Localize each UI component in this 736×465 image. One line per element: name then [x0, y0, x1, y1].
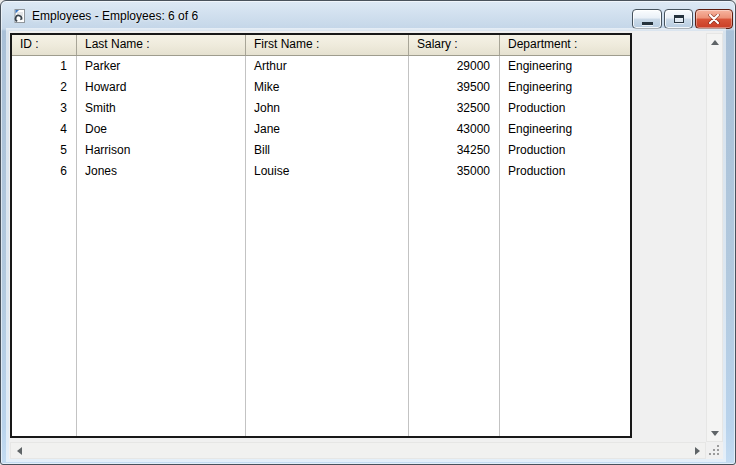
column-header-first-name[interactable]: First Name : [246, 35, 409, 55]
table-row[interactable]: 6 Jones Louise 35000 Production [12, 161, 630, 182]
table-rows: 1 Parker Arthur 29000 Engineering 2 Howa… [12, 56, 630, 436]
table-cell[interactable]: 3 [12, 98, 77, 119]
table-cell[interactable]: Jane [246, 119, 409, 140]
triangle-up-icon [711, 40, 719, 45]
table-cell[interactable]: Parker [77, 56, 246, 77]
table-cell[interactable]: Doe [77, 119, 246, 140]
table-row[interactable]: 1 Parker Arthur 29000 Engineering [12, 56, 630, 77]
maximize-button[interactable] [664, 9, 693, 29]
column-header-department[interactable]: Department : [500, 35, 630, 55]
table-cell[interactable]: Mike [246, 77, 409, 98]
close-button[interactable] [695, 9, 733, 29]
table-cell[interactable]: Smith [77, 98, 246, 119]
maximize-icon [674, 15, 684, 23]
table-cell[interactable]: 6 [12, 161, 77, 182]
column-header-id[interactable]: ID : [12, 35, 77, 55]
table-cell[interactable]: 39500 [409, 77, 500, 98]
table-cell[interactable]: Jones [77, 161, 246, 182]
close-icon [708, 14, 720, 24]
table-cell[interactable]: 2 [12, 77, 77, 98]
employees-table: ID : Last Name : First Name : Salary : D… [10, 33, 632, 438]
column-header-last-name[interactable]: Last Name : [77, 35, 246, 55]
table-cell[interactable]: 43000 [409, 119, 500, 140]
table-row[interactable]: 5 Harrison Bill 34250 Production [12, 140, 630, 161]
table-cell[interactable]: Louise [246, 161, 409, 182]
table-cell[interactable]: 35000 [409, 161, 500, 182]
table-cell[interactable]: 34250 [409, 140, 500, 161]
triangle-left-icon [17, 447, 22, 455]
window-title: Employees - Employees: 6 of 6 [32, 1, 198, 31]
table-cell[interactable]: Arthur [246, 56, 409, 77]
table-cell[interactable]: Howard [77, 77, 246, 98]
table-cell[interactable]: John [246, 98, 409, 119]
resize-grip[interactable] [706, 442, 723, 459]
table-cell[interactable]: Engineering [500, 119, 630, 140]
triangle-down-icon [711, 431, 719, 436]
table-row[interactable]: 3 Smith John 32500 Production [12, 98, 630, 119]
scroll-up-button[interactable] [707, 34, 722, 50]
table-cell[interactable]: Production [500, 161, 630, 182]
triangle-right-icon [695, 447, 700, 455]
vertical-scrollbar[interactable] [706, 33, 723, 442]
table-cell[interactable]: 1 [12, 56, 77, 77]
scroll-right-button[interactable] [689, 443, 705, 458]
scroll-left-button[interactable] [11, 443, 27, 458]
table-row[interactable]: 4 Doe Jane 43000 Engineering [12, 119, 630, 140]
minimize-icon [642, 22, 653, 25]
table-header: ID : Last Name : First Name : Salary : D… [12, 35, 630, 56]
app-window: Employees - Employees: 6 of 6 ID : Last … [0, 0, 736, 465]
horizontal-scrollbar[interactable] [10, 442, 706, 459]
table-cell[interactable]: Bill [246, 140, 409, 161]
table-cell[interactable]: Harrison [77, 140, 246, 161]
table-cell[interactable]: Engineering [500, 77, 630, 98]
table-cell[interactable]: 29000 [409, 56, 500, 77]
table-cell[interactable]: Engineering [500, 56, 630, 77]
table-cell[interactable]: Production [500, 98, 630, 119]
table-row[interactable]: 2 Howard Mike 39500 Engineering [12, 77, 630, 98]
table-cell[interactable]: 5 [12, 140, 77, 161]
client-area: ID : Last Name : First Name : Salary : D… [9, 31, 723, 459]
table-cell[interactable]: 4 [12, 119, 77, 140]
table-cell[interactable]: 32500 [409, 98, 500, 119]
table-cell[interactable]: Production [500, 140, 630, 161]
scroll-down-button[interactable] [707, 425, 722, 441]
app-icon [11, 8, 27, 24]
minimize-button[interactable] [632, 9, 662, 29]
title-bar[interactable]: Employees - Employees: 6 of 6 [1, 1, 735, 31]
column-header-salary[interactable]: Salary : [409, 35, 500, 55]
